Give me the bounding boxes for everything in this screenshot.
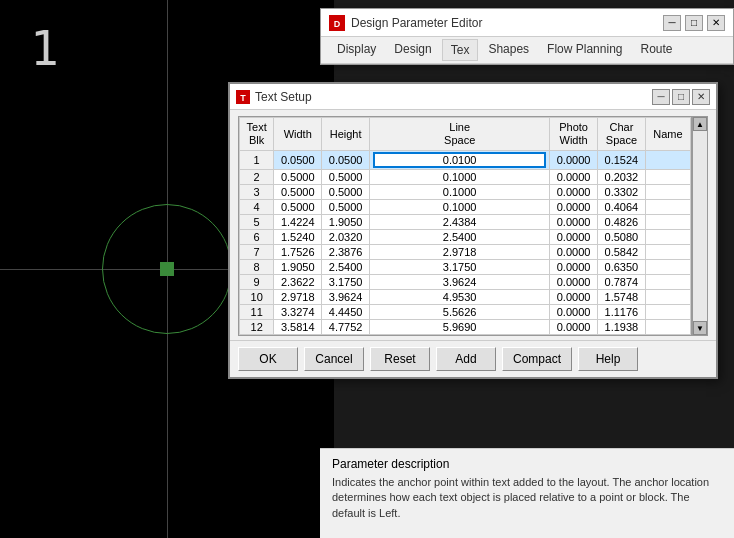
cell-photo-width[interactable]: 0.0000 <box>550 260 598 275</box>
cell-char-space[interactable]: 0.7874 <box>598 275 646 290</box>
cell-width[interactable]: 3.3274 <box>274 305 322 320</box>
menu-item-flow-planning[interactable]: Flow Planning <box>539 39 630 61</box>
cell-char-space[interactable]: 0.5080 <box>598 230 646 245</box>
ok-button[interactable]: OK <box>238 347 298 371</box>
cell-photo-width[interactable]: 0.0000 <box>550 245 598 260</box>
cell-height[interactable]: 3.9624 <box>322 290 370 305</box>
reset-button[interactable]: Reset <box>370 347 430 371</box>
scroll-up-button[interactable]: ▲ <box>693 117 707 131</box>
cell-width[interactable]: 1.7526 <box>274 245 322 260</box>
cell-line-space[interactable]: 0.1000 <box>370 185 550 200</box>
cell-photo-width[interactable]: 0.0000 <box>550 275 598 290</box>
cell-photo-width[interactable]: 0.0000 <box>550 185 598 200</box>
cell-name[interactable] <box>645 230 690 245</box>
menu-item-route[interactable]: Route <box>632 39 680 61</box>
cell-width[interactable]: 1.5240 <box>274 230 322 245</box>
cell-char-space[interactable]: 1.1176 <box>598 305 646 320</box>
cancel-button[interactable]: Cancel <box>304 347 364 371</box>
cell-line-space[interactable]: 2.5400 <box>370 230 550 245</box>
cell-line-space[interactable]: 2.4384 <box>370 215 550 230</box>
cell-name[interactable] <box>645 260 690 275</box>
cell-name[interactable] <box>645 305 690 320</box>
scroll-down-button[interactable]: ▼ <box>693 321 707 335</box>
cell-line-space[interactable]: 5.9690 <box>370 320 550 335</box>
cell-char-space[interactable]: 0.1524 <box>598 151 646 170</box>
cell-width[interactable]: 0.5000 <box>274 170 322 185</box>
cell-name[interactable] <box>645 320 690 335</box>
cell-blk[interactable]: 10 <box>240 290 274 305</box>
cell-char-space[interactable]: 1.1938 <box>598 320 646 335</box>
cell-blk[interactable]: 2 <box>240 170 274 185</box>
scrollbar[interactable]: ▲ ▼ <box>692 116 708 336</box>
cell-height[interactable]: 2.3876 <box>322 245 370 260</box>
dpe-close-button[interactable]: ✕ <box>707 15 725 31</box>
cell-blk[interactable]: 3 <box>240 185 274 200</box>
cell-name[interactable] <box>645 275 690 290</box>
cell-char-space[interactable]: 1.5748 <box>598 290 646 305</box>
cell-char-space[interactable]: 0.3302 <box>598 185 646 200</box>
cell-photo-width[interactable]: 0.0000 <box>550 290 598 305</box>
cell-height[interactable]: 0.5000 <box>322 200 370 215</box>
menu-item-design[interactable]: Design <box>386 39 439 61</box>
cell-blk[interactable]: 7 <box>240 245 274 260</box>
ts-close-button[interactable]: ✕ <box>692 89 710 105</box>
cell-name[interactable] <box>645 215 690 230</box>
cell-height[interactable]: 4.7752 <box>322 320 370 335</box>
cell-width[interactable]: 0.5000 <box>274 185 322 200</box>
cell-blk[interactable]: 12 <box>240 320 274 335</box>
cell-char-space[interactable]: 0.2032 <box>598 170 646 185</box>
cell-width[interactable]: 1.9050 <box>274 260 322 275</box>
cell-width[interactable]: 1.4224 <box>274 215 322 230</box>
cell-blk[interactable]: 4 <box>240 200 274 215</box>
cell-char-space[interactable]: 0.4064 <box>598 200 646 215</box>
compact-button[interactable]: Compact <box>502 347 572 371</box>
cell-char-space[interactable]: 0.6350 <box>598 260 646 275</box>
cell-line-space[interactable]: 5.5626 <box>370 305 550 320</box>
cell-width[interactable]: 0.5000 <box>274 200 322 215</box>
cell-photo-width[interactable]: 0.0000 <box>550 320 598 335</box>
cell-height[interactable]: 1.9050 <box>322 215 370 230</box>
cell-char-space[interactable]: 0.5842 <box>598 245 646 260</box>
cell-width[interactable]: 3.5814 <box>274 320 322 335</box>
cell-blk[interactable]: 11 <box>240 305 274 320</box>
cell-name[interactable] <box>645 290 690 305</box>
cell-line-space[interactable]: 2.9718 <box>370 245 550 260</box>
cell-photo-width[interactable]: 0.0000 <box>550 305 598 320</box>
ts-table-wrapper[interactable]: TextBlk Width Height LineSpace PhotoWidt… <box>238 116 692 336</box>
dpe-maximize-button[interactable]: □ <box>685 15 703 31</box>
cell-line-space[interactable] <box>370 151 550 170</box>
line-space-input[interactable] <box>373 152 546 168</box>
cell-blk[interactable]: 8 <box>240 260 274 275</box>
cell-width[interactable]: 2.3622 <box>274 275 322 290</box>
cell-line-space[interactable]: 0.1000 <box>370 170 550 185</box>
cell-height[interactable]: 0.0500 <box>322 151 370 170</box>
ts-minimize-button[interactable]: ─ <box>652 89 670 105</box>
ts-maximize-button[interactable]: □ <box>672 89 690 105</box>
cell-name[interactable] <box>645 200 690 215</box>
cell-photo-width[interactable]: 0.0000 <box>550 200 598 215</box>
cell-name[interactable] <box>645 185 690 200</box>
cell-height[interactable]: 0.5000 <box>322 170 370 185</box>
dpe-minimize-button[interactable]: ─ <box>663 15 681 31</box>
cell-blk[interactable]: 1 <box>240 151 274 170</box>
cell-line-space[interactable]: 0.1000 <box>370 200 550 215</box>
cell-photo-width[interactable]: 0.0000 <box>550 151 598 170</box>
cell-blk[interactable]: 6 <box>240 230 274 245</box>
cell-line-space[interactable]: 3.9624 <box>370 275 550 290</box>
cell-width[interactable]: 2.9718 <box>274 290 322 305</box>
help-button[interactable]: Help <box>578 347 638 371</box>
menu-item-display[interactable]: Display <box>329 39 384 61</box>
cell-char-space[interactable]: 0.4826 <box>598 215 646 230</box>
cell-line-space[interactable]: 4.9530 <box>370 290 550 305</box>
cell-name[interactable] <box>645 151 690 170</box>
cell-photo-width[interactable]: 0.0000 <box>550 170 598 185</box>
cell-name[interactable] <box>645 245 690 260</box>
cell-height[interactable]: 0.5000 <box>322 185 370 200</box>
cell-photo-width[interactable]: 0.0000 <box>550 230 598 245</box>
cell-width[interactable]: 0.0500 <box>274 151 322 170</box>
cell-photo-width[interactable]: 0.0000 <box>550 215 598 230</box>
cell-height[interactable]: 2.0320 <box>322 230 370 245</box>
add-button[interactable]: Add <box>436 347 496 371</box>
cell-height[interactable]: 3.1750 <box>322 275 370 290</box>
cell-height[interactable]: 4.4450 <box>322 305 370 320</box>
